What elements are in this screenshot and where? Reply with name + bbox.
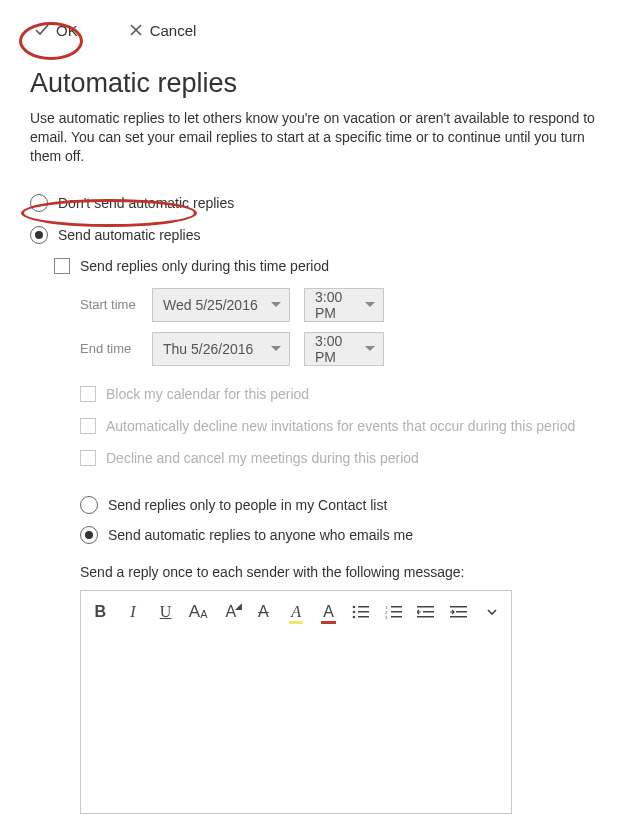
checkbox-label: Automatically decline new invitations fo… <box>106 418 575 434</box>
radio-label: Don't send automatic replies <box>58 195 234 211</box>
bold-button[interactable]: B <box>91 601 110 623</box>
svg-rect-14 <box>417 616 434 618</box>
svg-point-0 <box>353 605 356 608</box>
start-date-select[interactable]: Wed 5/25/2016 <box>152 288 290 322</box>
radio-icon <box>30 226 48 244</box>
radio-icon <box>80 496 98 514</box>
radio-label: Send replies only to people in my Contac… <box>108 497 387 513</box>
radio-label: Send automatic replies to anyone who ema… <box>108 527 413 543</box>
indent-button[interactable] <box>450 601 469 623</box>
svg-text:3: 3 <box>385 615 388 619</box>
svg-rect-13 <box>423 611 434 613</box>
svg-point-2 <box>353 610 356 613</box>
italic-button[interactable]: I <box>124 601 143 623</box>
checkbox-auto-decline: Automatically decline new invitations fo… <box>80 418 604 434</box>
toolbar: OK Cancel <box>0 0 634 60</box>
chevron-down-icon <box>271 302 281 307</box>
ok-label: OK <box>56 22 78 39</box>
checkbox-icon <box>80 418 96 434</box>
start-time-label: Start time <box>80 297 138 312</box>
number-list-button[interactable]: 1 2 3 <box>385 601 404 623</box>
more-formatting-button[interactable] <box>482 601 501 623</box>
start-time-select[interactable]: 3:00 PM <box>304 288 384 322</box>
radio-dont-send[interactable]: Don't send automatic replies <box>30 194 604 212</box>
ok-button[interactable]: OK <box>24 18 88 43</box>
svg-rect-7 <box>391 606 402 608</box>
cancel-button[interactable]: Cancel <box>118 18 207 43</box>
editor-toolbar: B I U AA A◢ A A A 1 2 <box>81 591 511 633</box>
end-time-label: End time <box>80 341 138 356</box>
radio-label: Send automatic replies <box>58 227 200 243</box>
strikethrough-button[interactable]: A <box>254 601 273 623</box>
checkbox-icon <box>54 258 70 274</box>
end-time-select[interactable]: 3:00 PM <box>304 332 384 366</box>
bullet-list-button[interactable] <box>352 601 371 623</box>
checkbox-label: Block my calendar for this period <box>106 386 309 402</box>
highlight-button[interactable]: A <box>287 601 306 623</box>
recipient-options: Send replies only to people in my Contac… <box>80 496 604 544</box>
calendar-options-disabled: Block my calendar for this period Automa… <box>80 386 604 466</box>
svg-rect-17 <box>450 616 467 618</box>
svg-rect-3 <box>358 611 369 613</box>
svg-rect-16 <box>456 611 467 613</box>
radio-send[interactable]: Send automatic replies <box>30 226 604 244</box>
cancel-label: Cancel <box>150 22 197 39</box>
message-label: Send a reply once to each sender with th… <box>80 564 604 580</box>
chevron-down-icon <box>271 346 281 351</box>
checkbox-label: Send replies only during this time perio… <box>80 258 329 274</box>
chevron-down-icon <box>365 346 375 351</box>
underline-button[interactable]: U <box>156 601 175 623</box>
x-icon <box>128 22 144 38</box>
svg-rect-11 <box>391 616 402 618</box>
svg-rect-12 <box>417 606 434 608</box>
font-color-button[interactable]: A <box>319 601 338 623</box>
checkbox-block-calendar: Block my calendar for this period <box>80 386 604 402</box>
check-icon <box>34 22 50 38</box>
svg-rect-1 <box>358 606 369 608</box>
time-range-group: Start time Wed 5/25/2016 3:00 PM End tim… <box>80 288 604 366</box>
start-date-value: Wed 5/25/2016 <box>163 297 258 313</box>
checkbox-label: Decline and cancel my meetings during th… <box>106 450 419 466</box>
svg-rect-5 <box>358 616 369 618</box>
font-style-button[interactable]: A◢ <box>222 601 241 623</box>
svg-rect-9 <box>391 611 402 613</box>
svg-rect-15 <box>450 606 467 608</box>
checkbox-icon <box>80 450 96 466</box>
font-size-button[interactable]: AA <box>189 601 208 623</box>
radio-icon <box>30 194 48 212</box>
end-date-value: Thu 5/26/2016 <box>163 341 253 357</box>
end-time-value: 3:00 PM <box>315 333 365 365</box>
message-editor: B I U AA A◢ A A A 1 2 <box>80 590 512 814</box>
page-title: Automatic replies <box>30 68 604 99</box>
chevron-down-icon <box>365 302 375 307</box>
checkbox-time-period[interactable]: Send replies only during this time perio… <box>54 258 604 274</box>
svg-point-4 <box>353 615 356 618</box>
message-textarea[interactable] <box>81 633 511 813</box>
radio-anyone[interactable]: Send automatic replies to anyone who ema… <box>80 526 604 544</box>
outdent-button[interactable] <box>417 601 436 623</box>
checkbox-decline-cancel: Decline and cancel my meetings during th… <box>80 450 604 466</box>
page-description: Use automatic replies to let others know… <box>30 109 604 166</box>
radio-icon <box>80 526 98 544</box>
start-time-value: 3:00 PM <box>315 289 365 321</box>
checkbox-icon <box>80 386 96 402</box>
radio-contacts-only[interactable]: Send replies only to people in my Contac… <box>80 496 604 514</box>
end-date-select[interactable]: Thu 5/26/2016 <box>152 332 290 366</box>
